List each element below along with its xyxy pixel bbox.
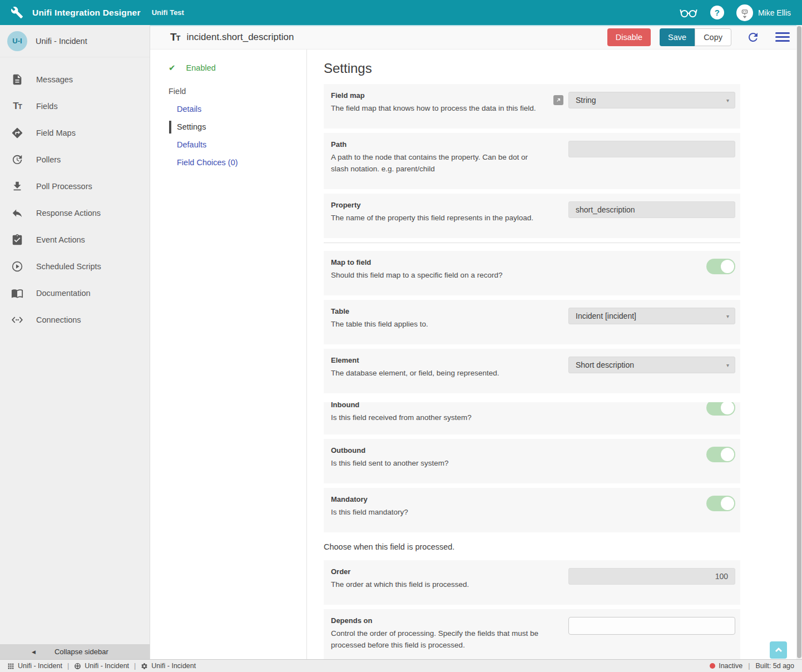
field-control-inbound: [546, 402, 735, 423]
subnav-item-settings[interactable]: Settings: [177, 118, 296, 136]
spectate-glasses-icon[interactable]: [679, 6, 698, 19]
sidebar-item-poll-processors[interactable]: Poll Processors: [0, 173, 150, 200]
field-description: The database element, or field, being re…: [331, 367, 546, 379]
sidebar-item-label: Fields: [36, 102, 58, 111]
sidebar-item-scheduled-scripts[interactable]: Scheduled Scripts: [0, 253, 150, 280]
refresh-icon[interactable]: [746, 31, 760, 44]
sidebar-item-response-actions[interactable]: Response Actions: [0, 200, 150, 226]
user-name[interactable]: Mike Ellis: [758, 8, 791, 17]
field-description: Should this field map to a specific fiel…: [331, 269, 546, 281]
built-text: Built: 5d ago: [756, 662, 795, 670]
statusbar-tab-label: Unifi - Incident: [151, 662, 196, 670]
top-bar: Unifi Integration Designer Unifi Test ? …: [0, 0, 802, 25]
integration-label: Unifi - Incident: [36, 37, 87, 46]
field-card-depends-on: Depends onControl the order of processin…: [324, 609, 740, 659]
field-control-element: Short description▾: [546, 357, 735, 379]
selected-value: String: [576, 96, 596, 105]
depends-on-input[interactable]: [568, 617, 735, 635]
statusbar-tab-2[interactable]: Unifi - Incident: [141, 662, 196, 670]
sidebar: U-I Unifi - Incident MessagesTTFieldsFie…: [0, 25, 150, 659]
help-icon[interactable]: ?: [710, 6, 724, 19]
sidebar-item-label: Poll Processors: [36, 182, 92, 191]
field-label-outbound: Outbound: [331, 446, 546, 455]
field-control-path: [546, 141, 735, 175]
field-label-inbound: Inbound: [331, 402, 546, 409]
statusbar-tab-0[interactable]: Unifi - Incident: [7, 662, 62, 670]
disable-button[interactable]: Disable: [607, 28, 651, 46]
sidebar-item-pollers[interactable]: Pollers: [0, 146, 150, 173]
field-label-map-to-field: Map to field: [331, 258, 546, 267]
caret-down-icon: ▾: [726, 313, 729, 319]
field-card-element: ElementThe database element, or field, b…: [324, 349, 740, 393]
environment-name[interactable]: Unifi Test: [152, 8, 184, 17]
copy-button[interactable]: Copy: [695, 28, 731, 46]
field-description: Is this field received from another syst…: [331, 412, 546, 423]
sidebar-item-label: Pollers: [36, 155, 61, 164]
path-input[interactable]: [568, 141, 735, 157]
field-subnav: ✔ Enabled Field DetailsSettingsDefaultsF…: [169, 50, 296, 171]
inactive-status-icon: [710, 663, 715, 669]
collapse-sidebar-button[interactable]: ◀ Collapse sidebar: [0, 644, 150, 659]
play-circle-icon: [11, 260, 24, 273]
toggle-knob: [721, 497, 734, 510]
field-label-element: Element: [331, 356, 546, 365]
element-select[interactable]: Short description▾: [568, 357, 735, 373]
back-to-top-button[interactable]: [770, 641, 787, 659]
integration-avatar: U-I: [7, 31, 27, 51]
map-to-field-toggle[interactable]: [706, 259, 735, 274]
field-label-path: Path: [331, 140, 546, 149]
sidebar-item-fields[interactable]: TTFields: [0, 93, 150, 120]
subnav-item-details[interactable]: Details: [177, 100, 296, 118]
field-description: Control the order of processing. Specify…: [331, 627, 546, 651]
field-label-mandatory: Mandatory: [331, 495, 546, 504]
sidebar-item-label: Messages: [36, 75, 73, 84]
sidebar-item-field-maps[interactable]: Field Maps: [0, 120, 150, 146]
field-control-order: 100: [546, 568, 735, 590]
field-description: The table this field applies to.: [331, 318, 546, 330]
integration-selector[interactable]: U-I Unifi - Incident: [0, 25, 150, 57]
order-input[interactable]: 100: [568, 568, 735, 585]
mandatory-toggle[interactable]: [706, 496, 735, 511]
section-divider: [324, 243, 740, 243]
download-icon: [11, 180, 24, 193]
outbound-toggle[interactable]: [706, 447, 735, 462]
sidebar-nav: MessagesTTFieldsField MapsPollersPoll Pr…: [0, 57, 150, 333]
field-card-field-map: Field mapThe field map that knows how to…: [324, 84, 740, 129]
property-input[interactable]: short_description: [568, 201, 735, 218]
separator: |: [134, 662, 136, 670]
save-button[interactable]: Save: [660, 28, 695, 46]
wrench-icon: [9, 6, 24, 20]
collapse-arrow-icon: ◀: [32, 649, 36, 655]
sidebar-item-messages[interactable]: Messages: [0, 66, 150, 93]
field-map-select[interactable]: String▾: [568, 92, 735, 108]
sidebar-item-event-actions[interactable]: Event Actions: [0, 226, 150, 253]
separator: |: [748, 662, 750, 670]
field-description: Is this field sent to another system?: [331, 457, 546, 469]
process-note: Choose when this field is processed.: [324, 542, 740, 551]
field-control-table: Incident [incident]▾: [546, 308, 735, 330]
table-select[interactable]: Incident [incident]▾: [568, 308, 735, 324]
sidebar-item-connections[interactable]: Connections: [0, 307, 150, 333]
scrollbar-thumb[interactable]: [797, 26, 801, 658]
sidebar-item-documentation[interactable]: Documentation: [0, 280, 150, 307]
field-card-property: PropertyThe name of the property this fi…: [324, 194, 740, 238]
document-icon: [11, 73, 24, 86]
page-title: incident.short_description: [187, 32, 294, 43]
inbound-toggle[interactable]: [706, 402, 735, 416]
open-record-icon[interactable]: [553, 95, 563, 105]
menu-icon[interactable]: [775, 30, 790, 44]
subnav-item-field-choices-0-[interactable]: Field Choices (0): [177, 154, 296, 171]
field-card-table: TableThe table this field applies to.Inc…: [324, 300, 740, 344]
caret-down-icon: ▾: [726, 362, 729, 368]
statusbar-tab-1[interactable]: Unifi - Incident: [74, 662, 129, 670]
enabled-label: Enabled: [186, 63, 216, 72]
field-card-mandatory: MandatoryIs this field mandatory?: [324, 488, 740, 532]
field-control-property: short_description: [546, 201, 735, 224]
field-type-icon: TT: [170, 31, 180, 43]
sidebar-item-label: Event Actions: [36, 235, 85, 244]
user-avatar[interactable]: [736, 4, 753, 21]
vertical-divider: [306, 50, 307, 659]
subnav-item-defaults[interactable]: Defaults: [177, 136, 296, 154]
settings-heading: Settings: [324, 61, 796, 76]
field-description: The field map that knows how to process …: [331, 102, 546, 114]
